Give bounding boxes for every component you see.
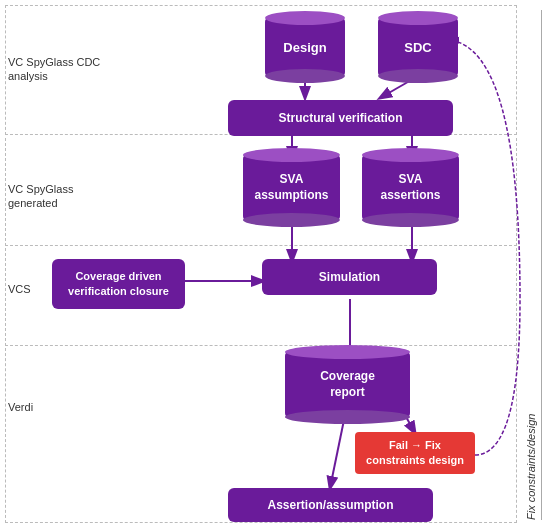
- coverage-report-node: Coveragereport: [285, 352, 410, 417]
- diagram-container: VC SpyGlass CDC analysis VC SpyGlass gen…: [0, 0, 547, 529]
- fail-fix-node: Fail → Fix constraints design: [355, 432, 475, 474]
- sva-assertions-node: SVAassertions: [362, 155, 459, 220]
- coverage-driven-node: Coverage driven verification closure: [52, 259, 185, 309]
- sdc-node: SDC: [378, 18, 458, 76]
- simulation-node: Simulation: [262, 259, 437, 295]
- label-vcs: VCS: [8, 282, 31, 296]
- label-verdi: Verdi: [8, 400, 33, 414]
- label-generated: VC SpyGlass generated: [8, 182, 73, 211]
- structural-verification-node: Structural verification: [228, 100, 453, 136]
- label-cdc: VC SpyGlass CDC analysis: [8, 55, 100, 84]
- sva-assumptions-node: SVAassumptions: [243, 155, 340, 220]
- fix-constraints-label: Fix constraints/design: [525, 10, 542, 520]
- assertion-assumption-node: Assertion/assumption: [228, 488, 433, 522]
- design-node: Design: [265, 18, 345, 76]
